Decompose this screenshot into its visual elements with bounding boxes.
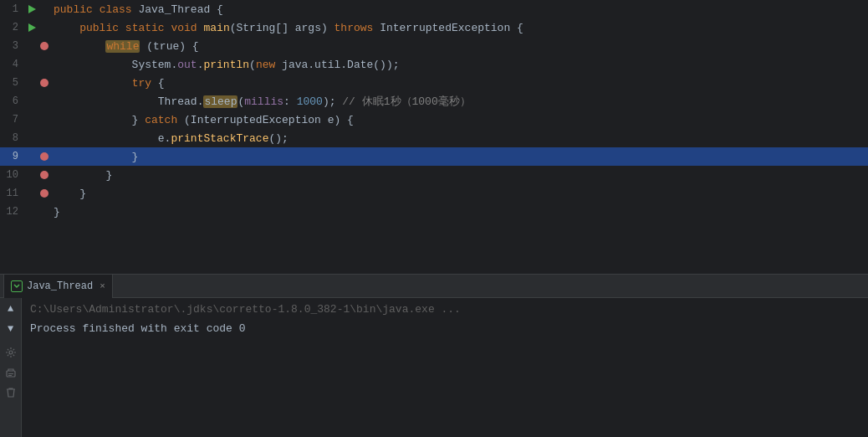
line-number-1: 1 [0, 3, 23, 15]
code-line-12: } [50, 203, 868, 221]
line-number-12: 12 [0, 206, 23, 218]
console-cmd-line: C:\Users\Administrator\.jdks\corretto-1.… [30, 303, 860, 316]
gutter-row-2: 2 [0, 18, 50, 37]
code-line-6: Thread.sleep(millis: 1000); // 休眠1秒（1000… [50, 92, 868, 111]
bottom-panel: Java_Thread × ▲ ▼ [0, 274, 868, 437]
code-line-11: } [50, 184, 868, 203]
run-icon-7 [25, 113, 38, 126]
code-line-10: } [50, 166, 868, 184]
breakpoint-10[interactable] [38, 171, 50, 179]
line-number-6: 6 [0, 95, 23, 107]
svg-rect-3 [8, 375, 12, 376]
breakpoint-11[interactable] [38, 189, 50, 198]
console-tab-bar: Java_Thread × [0, 275, 868, 298]
breakpoint-5[interactable] [38, 79, 50, 87]
run-icon-6 [25, 95, 38, 108]
settings-button[interactable] [3, 345, 18, 360]
run-icon-5 [25, 76, 38, 90]
gutter-row-6: 6 [0, 92, 50, 111]
gutter-row-1: 1 [0, 0, 50, 18]
svg-point-0 [9, 351, 13, 354]
code-line-7: } catch (InterruptedException e) { [50, 111, 868, 129]
code-line-5: try { [50, 74, 868, 92]
run-icon-4 [25, 58, 38, 71]
line-gutter: 1 2 3 4 5 [0, 0, 50, 274]
gutter-row-7: 7 [0, 111, 50, 129]
gutter-row-12: 12 [0, 203, 50, 221]
run-icon-12 [25, 205, 38, 218]
run-icon-10 [25, 168, 38, 182]
run-icon-1[interactable] [25, 3, 38, 16]
console-sidebar: ▲ ▼ [0, 298, 22, 437]
code-lines[interactable]: public class Java_Thread { public static… [50, 0, 868, 274]
gutter-row-11: 11 [0, 184, 50, 203]
gutter-row-8: 8 [0, 129, 50, 147]
line-number-8: 8 [0, 132, 23, 144]
line-number-11: 11 [0, 188, 23, 199]
code-line-4: System.out.println(new java.util.Date())… [50, 55, 868, 74]
console-output: Process finished with exit code 0 [30, 322, 860, 335]
code-container: 1 2 3 4 5 [0, 0, 868, 274]
run-icon-2[interactable] [25, 21, 38, 34]
run-icon-9 [25, 150, 38, 163]
gutter-row-9: 9 [0, 147, 50, 166]
editor-area: 1 2 3 4 5 [0, 0, 868, 274]
code-line-8: e.printStackTrace(); [50, 129, 868, 147]
gutter-row-4: 4 [0, 55, 50, 74]
run-icon-8 [25, 131, 38, 145]
run-icon-11 [25, 187, 38, 200]
line-number-4: 4 [0, 59, 23, 70]
console-icon [11, 280, 23, 292]
console-content: ▲ ▼ [0, 298, 868, 437]
gutter-row-10: 10 [0, 166, 50, 184]
console-tab[interactable]: Java_Thread × [3, 275, 113, 298]
gutter-row-5: 5 [0, 74, 50, 92]
scroll-down-button[interactable]: ▼ [3, 321, 18, 337]
code-line-2: public static void main(String[] args) t… [50, 18, 868, 37]
line-number-9: 9 [0, 151, 23, 162]
breakpoint-3[interactable] [38, 42, 50, 50]
gutter-row-3: 3 [0, 37, 50, 55]
console-text-area: C:\Users\Administrator\.jdks\corretto-1.… [22, 298, 868, 437]
print-button[interactable] [3, 365, 18, 380]
svg-rect-2 [8, 373, 13, 374]
delete-button[interactable] [3, 385, 18, 400]
line-number-10: 10 [0, 169, 23, 181]
line-number-3: 3 [0, 40, 23, 52]
line-number-5: 5 [0, 77, 23, 89]
code-line-3: while (true) { [50, 37, 868, 55]
code-line-1: public class Java_Thread { [50, 0, 868, 18]
line-number-7: 7 [0, 114, 23, 126]
console-tab-close[interactable]: × [100, 281, 105, 291]
code-line-9: } [50, 147, 868, 166]
breakpoint-9[interactable] [38, 152, 50, 161]
console-tab-label: Java_Thread [27, 280, 93, 292]
run-icon-3 [25, 39, 38, 53]
scroll-up-button[interactable]: ▲ [3, 301, 18, 316]
line-number-2: 2 [0, 22, 23, 33]
